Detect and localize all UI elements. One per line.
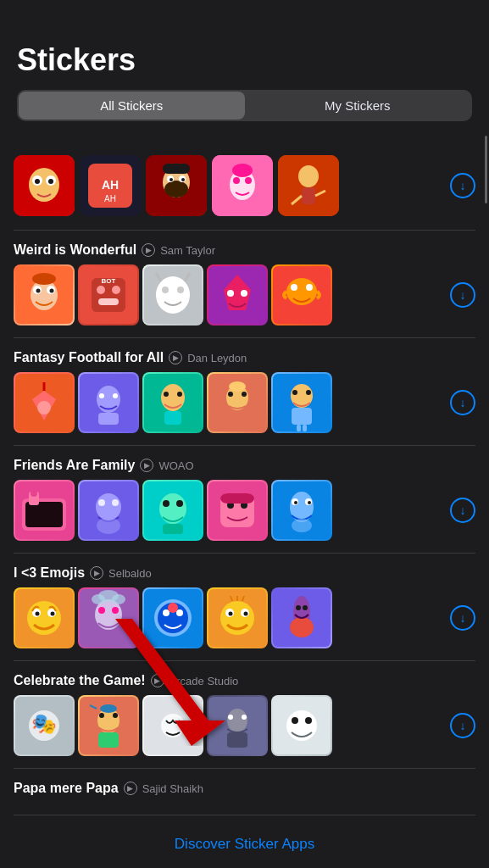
featured-sticker-5[interactable] <box>278 155 339 216</box>
pack-emojis-stickers: ↓ <box>14 587 475 648</box>
svg-rect-76 <box>292 408 312 425</box>
tab-my-stickers[interactable]: My Stickers <box>245 92 471 120</box>
svg-text:AH: AH <box>104 194 116 203</box>
featured-download-btn[interactable]: ↓ <box>450 173 475 198</box>
download-icon-fantasy: ↓ <box>460 396 466 409</box>
svg-rect-148 <box>98 732 119 748</box>
featured-sticker-1[interactable] <box>14 155 75 216</box>
svg-point-12 <box>164 181 188 198</box>
svg-point-104 <box>308 501 311 504</box>
featured-sticker-4[interactable] <box>212 155 273 216</box>
svg-point-90 <box>159 493 186 524</box>
cel-sticker-2[interactable] <box>78 695 139 756</box>
svg-point-110 <box>36 612 40 616</box>
featured-sticker-2[interactable]: AH AH <box>80 155 141 216</box>
play-icon-papa: ▶ <box>124 782 137 795</box>
play-icon-celebrate: ▶ <box>151 674 164 687</box>
weird-download-btn[interactable]: ↓ <box>450 282 475 308</box>
emoji-sticker-2[interactable] <box>78 587 139 648</box>
svg-point-58 <box>99 393 104 398</box>
svg-point-158 <box>292 717 298 724</box>
svg-point-4 <box>35 179 40 184</box>
pack-weird-name: Weird is Wonderful <box>14 242 136 258</box>
tab-all-stickers[interactable]: All Stickers <box>19 92 245 120</box>
svg-rect-65 <box>164 411 181 425</box>
download-icon-friends: ↓ <box>460 504 466 517</box>
ff-sticker-4[interactable] <box>207 372 268 433</box>
svg-point-69 <box>242 392 247 397</box>
svg-point-22 <box>232 164 253 177</box>
svg-point-153 <box>228 715 233 720</box>
play-icon-friends: ▶ <box>140 459 153 472</box>
svg-rect-25 <box>302 187 315 204</box>
sticker-art-2: AH AH <box>80 155 141 216</box>
pack-fantasy-header: Fantasy Football for All ▶ Dan Leydon <box>14 350 475 365</box>
weird-sticker-2[interactable]: BOT <box>78 264 139 326</box>
faf-sticker-2[interactable] <box>78 480 139 541</box>
emoji-sticker-1[interactable] <box>14 587 75 648</box>
emoji-sticker-3[interactable] <box>142 587 203 648</box>
svg-point-87 <box>112 499 119 506</box>
discover-link[interactable]: Discover Sticker Apps <box>0 822 489 866</box>
faf-sticker-1[interactable] <box>14 480 75 541</box>
emoji-sticker-4[interactable] <box>207 587 268 648</box>
svg-point-55 <box>37 401 51 415</box>
cel-sticker-4[interactable] <box>207 695 268 756</box>
pack-celebrate-name: Celebrate the Game! <box>14 673 146 688</box>
ff-sticker-5[interactable] <box>271 372 332 433</box>
svg-point-33 <box>50 289 54 293</box>
svg-point-68 <box>228 392 233 397</box>
svg-point-20 <box>233 177 240 184</box>
cel-sticker-5[interactable] <box>271 695 332 756</box>
play-icon-emojis: ▶ <box>90 566 103 580</box>
play-icon-weird: ▶ <box>142 243 155 257</box>
pack-papa-author: Sajid Shaikh <box>142 782 203 795</box>
faf-sticker-4[interactable] <box>207 480 268 541</box>
weird-sticker-5[interactable] <box>271 264 332 326</box>
page-container: Stickers All Stickers My Stickers <box>0 0 489 868</box>
svg-point-49 <box>241 290 247 297</box>
faf-sticker-3[interactable] <box>142 480 203 541</box>
svg-rect-71 <box>229 410 246 426</box>
sticker-list-friends <box>14 480 443 541</box>
ff-sticker-2[interactable] <box>78 372 139 433</box>
weird-sticker-1[interactable] <box>14 264 75 326</box>
divider-7 <box>14 815 475 815</box>
pack-emojis-name: I <3 Emojis <box>14 565 85 581</box>
pack-friends-stickers: ↓ <box>14 480 475 541</box>
download-icon-weird: ↓ <box>460 288 466 302</box>
svg-point-74 <box>292 390 297 395</box>
featured-sticker-3[interactable] <box>146 155 207 216</box>
weird-sticker-3[interactable] <box>142 264 203 326</box>
svg-point-117 <box>92 594 105 604</box>
pack-weird-stickers: BOT <box>14 264 475 326</box>
svg-point-34 <box>32 273 56 285</box>
svg-point-129 <box>229 612 233 616</box>
faf-sticker-5[interactable] <box>271 480 332 541</box>
svg-point-5 <box>48 179 53 184</box>
ff-sticker-3[interactable] <box>142 372 203 433</box>
pack-weird-author: Sam Taylor <box>160 244 215 257</box>
pack-friends-author: WOAO <box>158 459 193 472</box>
pack-emojis-header: I <3 Emojis ▶ Selbaldo <box>14 565 475 581</box>
page-title: Stickers <box>17 42 472 78</box>
emojis-download-btn[interactable]: ↓ <box>450 605 475 631</box>
svg-point-37 <box>97 286 105 294</box>
divider-2 <box>14 337 475 338</box>
pack-friends: Friends Are Family ▶ WOAO <box>0 453 489 546</box>
ff-sticker-1[interactable] <box>14 372 75 433</box>
svg-point-111 <box>51 612 55 616</box>
weird-sticker-4[interactable] <box>207 264 268 326</box>
svg-point-154 <box>242 715 247 720</box>
svg-point-115 <box>112 607 119 614</box>
pack-emojis-author: Selbaldo <box>108 567 152 580</box>
svg-point-92 <box>176 500 183 507</box>
friends-download-btn[interactable]: ↓ <box>450 498 475 523</box>
svg-point-59 <box>113 393 118 398</box>
cel-sticker-3[interactable] <box>142 695 203 756</box>
fantasy-download-btn[interactable]: ↓ <box>450 390 475 415</box>
svg-point-105 <box>292 519 312 532</box>
celebrate-download-btn[interactable]: ↓ <box>450 713 475 738</box>
cel-sticker-1[interactable]: 🎭 <box>14 695 75 756</box>
emoji-sticker-5[interactable] <box>271 587 332 648</box>
